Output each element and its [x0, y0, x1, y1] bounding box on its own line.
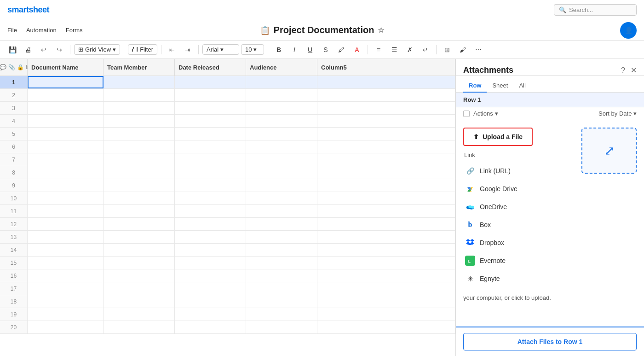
- cell-audience[interactable]: [246, 102, 317, 114]
- table-row[interactable]: 19: [0, 308, 455, 321]
- cell-doc-name[interactable]: [28, 282, 104, 295]
- cell-date[interactable]: [175, 89, 246, 101]
- cell-date[interactable]: [175, 282, 246, 295]
- cell-team[interactable]: [104, 166, 175, 179]
- cell-date[interactable]: [175, 308, 246, 321]
- underline-btn[interactable]: U: [303, 43, 317, 56]
- cell-date[interactable]: [175, 166, 246, 179]
- cell-team[interactable]: [104, 115, 175, 127]
- cell-team[interactable]: [104, 231, 175, 243]
- table-row[interactable]: 1: [0, 76, 455, 89]
- font-family-dropdown[interactable]: Arial ▾: [202, 44, 239, 55]
- table-row[interactable]: 17: [0, 282, 455, 295]
- cell-team[interactable]: [104, 89, 175, 101]
- cell-col5[interactable]: [317, 321, 455, 333]
- table-row[interactable]: 10: [0, 192, 455, 205]
- cell-audience[interactable]: [246, 128, 317, 140]
- cell-date[interactable]: [175, 76, 246, 88]
- search-box[interactable]: 🔍 Search...: [554, 4, 637, 16]
- cell-doc-name[interactable]: [28, 115, 104, 127]
- cell-date[interactable]: [175, 231, 246, 243]
- cell-audience[interactable]: [246, 231, 317, 243]
- cell-team[interactable]: [104, 140, 175, 153]
- table-row[interactable]: 12: [0, 218, 455, 231]
- cell-doc-name[interactable]: [28, 257, 104, 269]
- table-row[interactable]: 11: [0, 205, 455, 218]
- cell-doc-name[interactable]: [28, 140, 104, 153]
- table-row[interactable]: 16: [0, 269, 455, 282]
- cell-team[interactable]: [104, 282, 175, 295]
- italic-btn[interactable]: I: [288, 43, 301, 56]
- cell-team[interactable]: [104, 76, 175, 88]
- actions-button[interactable]: Actions ▾: [473, 110, 498, 117]
- tab-sheet[interactable]: Sheet: [487, 79, 513, 93]
- cell-col5[interactable]: [317, 205, 455, 217]
- table-row[interactable]: 4: [0, 115, 455, 128]
- menu-file[interactable]: File: [7, 25, 17, 35]
- cell-team[interactable]: [104, 102, 175, 114]
- cell-col5[interactable]: [317, 115, 455, 127]
- filter-dropdown[interactable]: ⛙ Filter: [128, 44, 157, 55]
- cell-col5[interactable]: [317, 308, 455, 321]
- cell-col5[interactable]: [317, 179, 455, 192]
- redo-btn[interactable]: ↪: [52, 43, 66, 56]
- cell-doc-name[interactable]: [28, 166, 104, 179]
- cell-date[interactable]: [175, 179, 246, 192]
- help-icon[interactable]: ?: [621, 66, 625, 75]
- col-header-date[interactable]: Date Released: [175, 59, 246, 76]
- undo-btn[interactable]: ↩: [37, 43, 51, 56]
- print-btn[interactable]: 🖨: [21, 43, 35, 56]
- cell-col5[interactable]: [317, 269, 455, 282]
- col-header-docname[interactable]: Document Name: [28, 59, 104, 76]
- cell-doc-name[interactable]: [28, 192, 104, 204]
- cell-date[interactable]: [175, 140, 246, 153]
- cell-audience[interactable]: [246, 244, 317, 256]
- link-googledrive[interactable]: Google Drive: [463, 180, 519, 198]
- tab-row[interactable]: Row: [463, 79, 487, 93]
- cell-date[interactable]: [175, 153, 246, 166]
- cell-doc-name[interactable]: [28, 205, 104, 217]
- cell-team[interactable]: [104, 179, 175, 192]
- col-header-audience[interactable]: Audience: [246, 59, 317, 76]
- cell-doc-name[interactable]: [28, 102, 104, 114]
- logo[interactable]: smartsheet: [7, 5, 49, 15]
- cell-col5[interactable]: [317, 140, 455, 153]
- cell-doc-name[interactable]: [28, 231, 104, 243]
- cell-col5[interactable]: [317, 282, 455, 295]
- col-header-team[interactable]: Team Member: [104, 59, 175, 76]
- cell-audience[interactable]: [246, 269, 317, 282]
- col-header-col5[interactable]: Column5: [317, 59, 455, 76]
- table-row[interactable]: 6: [0, 140, 455, 153]
- save-btn[interactable]: 💾: [6, 43, 19, 56]
- upload-btn[interactable]: ⬆ Upload a File: [463, 128, 533, 146]
- cell-date[interactable]: [175, 218, 246, 230]
- cell-col5[interactable]: [317, 128, 455, 140]
- cell-team[interactable]: [104, 218, 175, 230]
- link-box[interactable]: b Box: [463, 216, 519, 234]
- table-row[interactable]: 7: [0, 153, 455, 166]
- cell-doc-name[interactable]: [28, 76, 104, 88]
- paint-btn[interactable]: 🖌: [456, 43, 470, 56]
- cell-audience[interactable]: [246, 140, 317, 153]
- cell-team[interactable]: [104, 128, 175, 140]
- cell-team[interactable]: [104, 269, 175, 282]
- cell-col5[interactable]: [317, 231, 455, 243]
- cell-audience[interactable]: [246, 308, 317, 321]
- tab-all[interactable]: All: [513, 79, 531, 93]
- link-egnyte[interactable]: ✳ Egnyte: [463, 270, 519, 288]
- indent-btn[interactable]: ⇤: [165, 43, 179, 56]
- attach-btn[interactable]: Attach Files to Row 1: [463, 333, 637, 350]
- cell-col5[interactable]: [317, 102, 455, 114]
- cell-date[interactable]: [175, 321, 246, 333]
- clear-btn[interactable]: ✗: [403, 43, 417, 56]
- highlight-btn[interactable]: 🖊: [334, 43, 348, 56]
- cell-team[interactable]: [104, 321, 175, 333]
- outdent-btn[interactable]: ⇥: [181, 43, 195, 56]
- cell-audience[interactable]: [246, 205, 317, 217]
- table-row[interactable]: 5: [0, 128, 455, 140]
- align-left-btn[interactable]: ≡: [372, 43, 385, 56]
- cell-team[interactable]: [104, 295, 175, 308]
- cell-team[interactable]: [104, 153, 175, 166]
- menu-automation[interactable]: Automation: [26, 25, 57, 35]
- cell-col5[interactable]: [317, 153, 455, 166]
